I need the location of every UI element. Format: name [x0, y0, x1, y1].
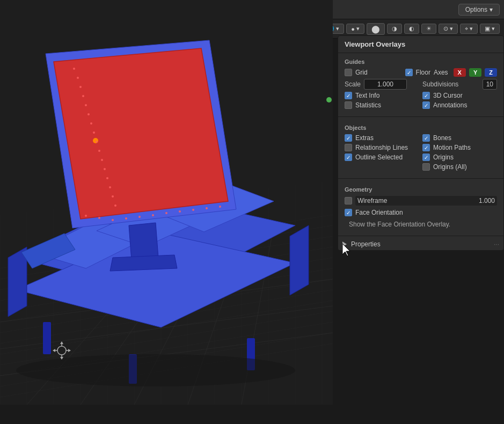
wireframe-slider-row: Wireframe 1.000	[355, 196, 497, 206]
options-btn[interactable]: Options ▾	[458, 4, 500, 16]
textinfo-cursor-row: Text Info 3D Cursor	[345, 92, 497, 99]
bones-col: Bones	[422, 134, 497, 142]
grid-col: Grid	[345, 69, 402, 76]
shading-icon: ●	[351, 26, 355, 32]
outline-col: Outline Selected	[345, 153, 419, 161]
shading-chevron: ▾	[356, 25, 360, 32]
options-chevron: ▾	[490, 6, 493, 13]
cursor-3d-checkbox[interactable]	[422, 92, 430, 99]
shading3-btn[interactable]: ◐	[404, 24, 419, 34]
relationship-lines-label: Relationship Lines	[355, 144, 408, 151]
wireframe-checkbox[interactable]	[345, 197, 352, 204]
subdivisions-value: 10	[483, 79, 497, 90]
statistics-checkbox[interactable]	[345, 101, 352, 109]
stats-col: Statistics	[345, 101, 419, 109]
scale-label: Scale	[345, 81, 361, 88]
axis-z-btn[interactable]: Z	[485, 68, 497, 77]
origins-all-row: Origins (All)	[345, 163, 497, 171]
floor-label: Floor	[416, 69, 430, 76]
origins-all-checkbox[interactable]	[422, 163, 430, 171]
3d-viewport[interactable]	[0, 0, 333, 424]
gizmo-btn[interactable]: ⌖ ▾	[460, 24, 478, 34]
shading2-icon: ◑	[392, 25, 397, 32]
viewport-mode-chevron: ▾	[336, 25, 339, 32]
annotations-label: Annotations	[433, 101, 467, 109]
scale-col: Scale	[345, 79, 419, 90]
grid-label: Grid	[355, 69, 368, 76]
svg-point-65	[114, 204, 116, 207]
svg-point-73	[179, 210, 181, 213]
sphere-btn[interactable]: ⬤	[367, 23, 385, 35]
gizmo-icon: ⌖	[465, 25, 468, 32]
extras-checkbox[interactable]	[345, 134, 352, 142]
rendered-icon: ☀	[426, 25, 432, 32]
svg-point-56	[90, 122, 92, 125]
wireframe-label: Wireframe	[357, 197, 387, 204]
viewport-shading-icon: ▣	[485, 25, 490, 32]
svg-marker-84	[60, 341, 63, 344]
svg-marker-77	[129, 223, 158, 260]
outline-selected-checkbox[interactable]	[345, 153, 352, 161]
shading-btn[interactable]: ● ▾	[346, 24, 364, 34]
properties-row[interactable]: Properties ···	[338, 238, 503, 250]
overlays-btn[interactable]: ⊙ ▾	[439, 24, 458, 34]
svg-point-53	[82, 95, 84, 97]
rellines-col: Relationship Lines	[345, 144, 419, 151]
face-orientation-checkbox[interactable]	[345, 209, 352, 216]
panel-title: Viewport Overlays	[345, 40, 405, 48]
text-info-checkbox[interactable]	[345, 92, 352, 99]
axis-x-btn[interactable]: X	[454, 68, 466, 77]
svg-point-64	[112, 195, 114, 198]
svg-marker-85	[60, 357, 63, 360]
extras-label: Extras	[355, 134, 374, 142]
objects-title: Objects	[345, 125, 497, 131]
viewport-shading-btn[interactable]: ▣ ▾	[480, 24, 500, 34]
gizmo-chevron: ▾	[470, 25, 473, 32]
sep-guides-objects	[338, 116, 503, 117]
shading2-btn[interactable]: ◑	[387, 24, 402, 34]
svg-marker-48	[54, 48, 228, 219]
statistics-label: Statistics	[355, 101, 381, 109]
svg-marker-78	[110, 255, 177, 271]
svg-point-63	[109, 186, 111, 188]
axes-label: Axes	[434, 69, 448, 76]
stats-annotations-row: Statistics Annotations	[345, 101, 497, 109]
svg-point-51	[77, 77, 79, 79]
relationship-lines-checkbox[interactable]	[345, 144, 352, 151]
panel-header: Viewport Overlays	[338, 36, 503, 53]
svg-point-55	[87, 113, 90, 115]
geometry-title: Geometry	[345, 186, 497, 193]
svg-point-67	[98, 217, 100, 219]
axis-y-btn[interactable]: Y	[469, 68, 481, 77]
rellines-motionpaths-row: Relationship Lines Motion Paths	[345, 144, 497, 151]
viewport-shading-chevron: ▾	[492, 25, 495, 32]
annotations-checkbox[interactable]	[422, 101, 430, 109]
svg-marker-37	[8, 247, 27, 317]
svg-point-79	[57, 346, 66, 355]
svg-point-54	[85, 104, 87, 106]
options-label: Options	[465, 6, 487, 13]
svg-point-68	[112, 219, 114, 221]
subdivisions-label: Subdivisions	[422, 81, 479, 88]
svg-point-57	[93, 131, 95, 134]
svg-point-71	[152, 214, 154, 216]
face-orientation-row: Face Orientation	[345, 209, 497, 216]
scale-input[interactable]	[364, 79, 407, 90]
text-info-label: Text Info	[355, 92, 379, 99]
bones-checkbox[interactable]	[422, 134, 430, 142]
geometry-section: Geometry Wireframe 1.000 Face Orientatio…	[338, 181, 503, 233]
sep-bottom	[338, 236, 503, 236]
floor-checkbox[interactable]	[405, 69, 413, 76]
green-dot-indicator	[326, 97, 332, 103]
svg-marker-87	[68, 349, 71, 352]
rendered-btn[interactable]: ☀	[421, 24, 436, 34]
origins-checkbox[interactable]	[422, 153, 430, 161]
floor-col: Floor Axes X Y Z	[405, 68, 497, 77]
svg-point-49	[93, 138, 98, 143]
overlays-icon: ⊙	[443, 25, 448, 32]
wireframe-value: 1.000	[479, 197, 495, 204]
wireframe-row: Wireframe 1.000	[345, 196, 497, 206]
motion-paths-checkbox[interactable]	[422, 144, 430, 151]
objects-section: Objects Extras Bones Relationship Lines …	[338, 119, 503, 176]
grid-checkbox[interactable]	[345, 69, 352, 76]
